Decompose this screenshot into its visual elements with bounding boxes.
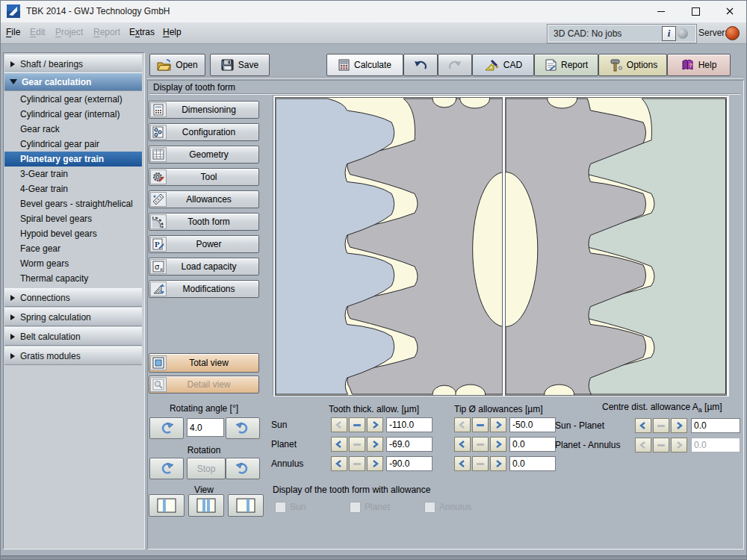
step-decrease-button[interactable] xyxy=(331,456,347,471)
view-both-button[interactable] xyxy=(188,494,224,517)
step-increase-button[interactable] xyxy=(490,456,506,471)
maximize-button[interactable] xyxy=(678,0,713,22)
menu-help[interactable]: Help xyxy=(163,27,182,37)
tip-allowance-stepper-sun xyxy=(454,417,506,432)
rotation-ccw-button[interactable] xyxy=(149,458,184,479)
modifications-icon xyxy=(150,281,167,296)
cad-button[interactable]: CAD xyxy=(472,54,534,76)
close-button[interactable] xyxy=(713,0,747,22)
sidebar-section-spring-calculation[interactable]: Spring calculation xyxy=(4,308,142,326)
calculate-button[interactable]: Calculate xyxy=(326,54,403,76)
tip-allowance-sun-input[interactable] xyxy=(509,417,556,432)
tooth-thickness-stepper-sun xyxy=(331,417,383,432)
step-reset-button xyxy=(653,438,669,452)
sidebar-item-planetary-gear-train[interactable]: Planetary gear train xyxy=(4,152,142,167)
save-button[interactable]: Save xyxy=(210,54,270,76)
help-button[interactable]: ? Help xyxy=(667,54,731,76)
sidebar-section-shaft-bearings[interactable]: Shaft / bearings xyxy=(4,55,142,73)
step-decrease-button[interactable] xyxy=(454,437,471,452)
minimize-button[interactable] xyxy=(644,0,678,22)
rotating-angle-input[interactable] xyxy=(187,418,224,437)
menu-file[interactable]: File xyxy=(6,27,20,37)
report-button[interactable]: Report xyxy=(534,54,598,76)
sidebar-item-3-gear-train[interactable]: 3-Gear train xyxy=(4,167,142,181)
view-left-button[interactable] xyxy=(149,494,185,517)
svg-text:P: P xyxy=(155,240,160,249)
modifications-button[interactable]: Modifications xyxy=(149,280,259,298)
sidebar-item-cylindrical-gear-internal[interactable]: Cylindrical gear (internal) xyxy=(4,107,142,122)
redo-icon xyxy=(447,60,462,70)
planet-annulus-mesh-panel xyxy=(505,97,727,396)
calculator-icon xyxy=(338,59,350,71)
tooth-thickness-planet-input[interactable] xyxy=(386,437,433,452)
sidebar-item-4-gear-train[interactable]: 4-Gear train xyxy=(4,181,142,196)
detail-view-button: Detail view xyxy=(149,376,259,393)
sidebar-section-gear-calculation[interactable]: Gear calculation xyxy=(4,72,142,91)
step-decrease-button[interactable] xyxy=(331,437,347,452)
step-decrease-button[interactable] xyxy=(635,418,651,433)
step-decrease-button[interactable] xyxy=(454,456,471,471)
sidebar-item-spiral-bevel-gears[interactable]: Spiral bevel gears xyxy=(4,211,142,226)
tooth-form-button[interactable]: Tooth form xyxy=(149,213,259,231)
info-button[interactable]: i xyxy=(662,26,676,41)
options-button[interactable]: Options xyxy=(598,54,667,76)
step-increase-button[interactable] xyxy=(490,417,506,432)
sidebar-item-face-gear[interactable]: Face gear xyxy=(4,241,142,256)
allowances-button[interactable]: Allowances xyxy=(149,190,259,208)
detail-view-icon xyxy=(150,377,167,392)
sidebar-item-hypoid-bevel-gears[interactable]: Hypoid bevel gears xyxy=(4,226,142,241)
tool-button[interactable]: Tool xyxy=(149,168,259,186)
load-capacity-button[interactable]: σx Load capacity xyxy=(149,258,259,276)
tooth-thickness-annulus-input[interactable] xyxy=(386,456,433,471)
sidebar-item-cylindrical-gear-external[interactable]: Cylindrical gear (external) xyxy=(4,92,142,107)
step-increase-button[interactable] xyxy=(367,456,383,471)
open-button[interactable]: Open xyxy=(149,54,205,76)
sidebar-item-cylindrical-gear-pair[interactable]: Cylindrical gear pair xyxy=(4,137,142,152)
view-right-button[interactable] xyxy=(228,494,264,517)
sidebar-item-bevel-gears[interactable]: Bevel gears - straight/helical xyxy=(4,196,142,211)
step-reset-button[interactable] xyxy=(472,417,489,432)
view-left-icon xyxy=(157,498,176,513)
undo-button[interactable] xyxy=(403,54,438,76)
sidebar-item-thermal-capacity[interactable]: Thermal capacity xyxy=(4,271,142,286)
cad-icon xyxy=(484,59,499,72)
save-floppy-icon xyxy=(221,59,234,71)
rotation-cw-button[interactable] xyxy=(226,458,260,479)
tooth-thickness-stepper-annulus xyxy=(331,456,383,471)
step-reset-button[interactable] xyxy=(349,417,365,432)
step-increase-button[interactable] xyxy=(367,417,383,432)
step-increase-button[interactable] xyxy=(671,418,687,433)
menu-edit: Edit xyxy=(30,27,46,37)
geometry-button[interactable]: Geometry xyxy=(149,146,259,164)
rotate-cw-button[interactable] xyxy=(226,417,260,439)
total-view-button[interactable]: Total view xyxy=(149,353,259,373)
step-increase-button[interactable] xyxy=(490,437,506,452)
tip-allowance-planet-input[interactable] xyxy=(509,437,556,452)
centre-distance-sun-planet-input[interactable] xyxy=(691,418,740,433)
sidebar-item-gear-rack[interactable]: Gear rack xyxy=(4,122,142,137)
sidebar-section-connections[interactable]: Connections xyxy=(4,288,142,307)
sidebar-item-worm-gears[interactable]: Worm gears xyxy=(4,256,142,271)
expander-icon xyxy=(10,314,15,320)
rotate-ccw-icon xyxy=(159,422,174,435)
maximize-icon xyxy=(692,7,700,16)
server-label: Server: xyxy=(698,28,728,38)
dimensioning-button[interactable]: Dimensioning xyxy=(149,101,259,119)
sidebar-section-gratis-modules[interactable]: Gratis modules xyxy=(4,346,142,365)
step-increase-button[interactable] xyxy=(367,437,383,452)
tip-allowance-annulus-input[interactable] xyxy=(509,456,556,471)
rotate-ccw-button[interactable] xyxy=(149,417,184,439)
power-button[interactable]: P Power xyxy=(149,235,259,253)
step-reset-button xyxy=(653,418,669,433)
checkbox-annulus xyxy=(424,502,436,513)
tooth-thickness-sun-input[interactable] xyxy=(386,417,433,432)
sidebar-section-belt-calculation[interactable]: Belt calculation xyxy=(4,327,142,346)
menu-report: Report xyxy=(93,27,120,37)
minimize-icon xyxy=(657,11,665,12)
tooth-form-display xyxy=(273,95,729,396)
row-label-sun: Sun xyxy=(271,420,287,430)
app-icon xyxy=(7,4,20,18)
configuration-button[interactable]: Configuration xyxy=(149,123,259,141)
tip-allowance-stepper-planet xyxy=(454,437,506,452)
menu-extras[interactable]: Extras xyxy=(129,27,155,37)
